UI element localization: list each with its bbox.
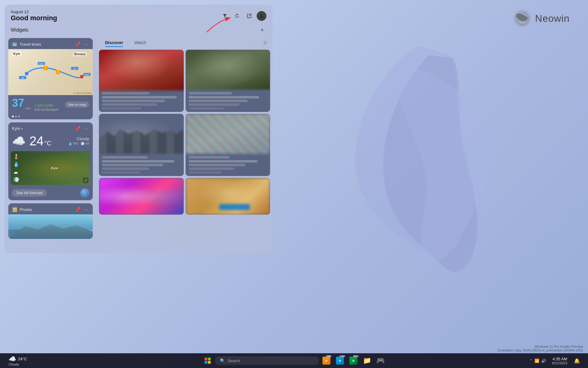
- weather-stats: 💧 8% 💨 84: [68, 142, 89, 146]
- refresh-button[interactable]: [232, 11, 242, 21]
- photos-widget-title: Photos: [20, 207, 32, 212]
- edge-pre-icon: e PRE: [322, 357, 330, 365]
- news-card-5-image: [99, 178, 184, 215]
- weather-map-overlay: [11, 151, 90, 185]
- neowin-logo-icon: [513, 9, 531, 28]
- build-line2: Evaluation copy. Build 23521.ni_prerelea…: [498, 348, 583, 352]
- weather-temperature: 24: [29, 135, 44, 148]
- taskbar-weather-icon: ☁️: [9, 355, 16, 362]
- photos-pin-button[interactable]: 📌: [74, 206, 82, 213]
- system-tray[interactable]: ⌃ 📶 🔊: [527, 357, 548, 364]
- edge-dev-button[interactable]: e DEV: [347, 355, 360, 367]
- travel-dot-2: [15, 116, 17, 117]
- travel-dots: [8, 114, 93, 119]
- travel-widget-actions: 📌 ···: [74, 41, 89, 47]
- weather-more-button[interactable]: ···: [83, 125, 89, 132]
- news-card-4[interactable]: [186, 114, 270, 176]
- network-icon: 📶: [534, 358, 539, 363]
- taskbar-weather-widget[interactable]: ☁️ 24°C Cloudy: [5, 354, 31, 367]
- photos-widget-icon: 🖼️: [12, 207, 17, 212]
- widgets-label-row: Widgets +: [5, 25, 273, 37]
- feed-column: Discover Watch ☆: [96, 37, 273, 253]
- svg-point-4: [80, 75, 84, 79]
- expand-button[interactable]: [244, 11, 254, 21]
- map-placeholder: Kyiv Brovary ! !: [8, 49, 93, 95]
- weather-widget-header: Kyiv ▾ 📌 ···: [8, 122, 93, 133]
- windows-build-info: Windows 11 Pro Insider Preview Evaluatio…: [498, 345, 583, 352]
- weather-main: ☁️ 24 °C Cloudy 💧 8% 💨 84: [8, 133, 93, 150]
- feed-tabs: Discover Watch ☆: [99, 37, 270, 50]
- weather-details: Cloudy 💧 8% 💨 84: [68, 136, 89, 146]
- news-card-6-image: [186, 178, 270, 215]
- edge-can-icon: e CAN: [336, 357, 344, 365]
- svg-text:E40: E40: [85, 74, 89, 76]
- travel-info: 37 min Light traffic Kyiv to Borispol' S…: [8, 95, 93, 114]
- file-explorer-button[interactable]: 📁: [361, 355, 373, 367]
- app-unknown-button[interactable]: 🎮: [374, 355, 386, 367]
- edge-canary-button[interactable]: e CAN: [334, 355, 346, 367]
- svg-rect-19: [205, 361, 207, 364]
- app-unknown-icon: 🎮: [376, 357, 385, 365]
- panel-header: August 12 Good morning: [5, 5, 273, 25]
- edge-preview-button[interactable]: e PRE: [320, 355, 333, 367]
- see-on-map-button[interactable]: See on map: [65, 102, 89, 108]
- search-placeholder-text: Search: [228, 358, 240, 363]
- weather-forecast-row: See full forecast: [8, 187, 93, 200]
- travel-time-number: 37: [12, 98, 24, 109]
- travel-time-block: 37 min Light traffic Kyiv to Borispol': [12, 98, 58, 111]
- feed-star-button[interactable]: ☆: [260, 38, 270, 47]
- weather-widget: Kyiv ▾ 📌 ··· ☁️ 24 °C Cloudy: [8, 122, 93, 200]
- news-card-3[interactable]: [99, 114, 184, 176]
- see-full-forecast-button[interactable]: See full forecast: [12, 189, 47, 197]
- taskbar-right: ⌃ 📶 🔊 4:35 AM 8/12/2023 🔔: [527, 355, 583, 367]
- start-button[interactable]: [202, 355, 214, 367]
- travel-widget-header: 🗺️ Travel times 📌 ···: [8, 38, 93, 49]
- taskbar-time: 4:35 AM: [552, 357, 567, 361]
- weather-cloud-icon: ☁: [13, 169, 19, 175]
- travel-dot-3: [18, 116, 20, 117]
- build-line1: Windows 11 Pro Insider Preview: [498, 345, 583, 348]
- profile-button[interactable]: [257, 11, 266, 21]
- filter-button[interactable]: [220, 11, 230, 21]
- photos-more-button[interactable]: ···: [83, 206, 89, 213]
- notification-icon: 🔔: [574, 358, 580, 364]
- news-card-2[interactable]: [186, 50, 270, 112]
- volume-icon: 🔊: [541, 358, 546, 363]
- weather-map-expand-button[interactable]: ⤢: [83, 178, 89, 183]
- news-card-1[interactable]: [99, 50, 184, 112]
- travel-widget-title: Travel times: [20, 42, 41, 47]
- travel-pin-button[interactable]: 📌: [74, 41, 82, 47]
- add-widget-button[interactable]: +: [258, 26, 266, 34]
- svg-rect-20: [208, 361, 211, 364]
- panel-greeting: Good morning: [11, 14, 57, 22]
- file-explorer-icon: 📁: [363, 357, 371, 365]
- news-card-1-title3: [102, 103, 157, 106]
- news-card-6[interactable]: [186, 178, 270, 215]
- news-card-5[interactable]: [99, 178, 184, 215]
- neowin-brand-text: Neowin: [535, 13, 570, 24]
- windows-wing-decoration: [312, 31, 527, 276]
- taskbar-date: 8/12/2023: [552, 361, 567, 365]
- weather-thermometer-icon: 🌡️: [13, 154, 19, 159]
- travel-more-button[interactable]: ···: [83, 41, 89, 47]
- taskbar-temperature: 24°C: [18, 357, 27, 361]
- notification-button[interactable]: 🔔: [571, 355, 583, 367]
- photos-widget-title-row: 🖼️ Photos: [12, 207, 32, 212]
- weather-pin-button[interactable]: 📌: [74, 125, 82, 132]
- weather-location[interactable]: Kyiv ▾: [12, 126, 23, 131]
- neowin-logo: Neowin: [513, 9, 570, 28]
- svg-text:!: !: [45, 67, 46, 70]
- photos-widget: 🖼️ Photos 📌 ···: [8, 203, 93, 239]
- svg-text:!: !: [57, 71, 58, 74]
- news-card-3-content: [99, 154, 184, 176]
- weather-rain-icon: 💧: [13, 161, 19, 167]
- taskbar-datetime[interactable]: 4:35 AM 8/12/2023: [550, 356, 570, 366]
- tab-discover[interactable]: Discover: [100, 38, 128, 47]
- taskbar-search-bar[interactable]: 🔍 Search: [215, 356, 319, 365]
- tab-watch[interactable]: Watch: [129, 38, 151, 47]
- edge-dev-icon: e DEV: [349, 357, 357, 365]
- news-card-2-image: [186, 50, 270, 90]
- panel-header-left: August 12 Good morning: [11, 10, 57, 22]
- travel-map: Kyiv Brovary ! !: [8, 49, 93, 95]
- weather-city-name: Kyiv: [12, 126, 20, 131]
